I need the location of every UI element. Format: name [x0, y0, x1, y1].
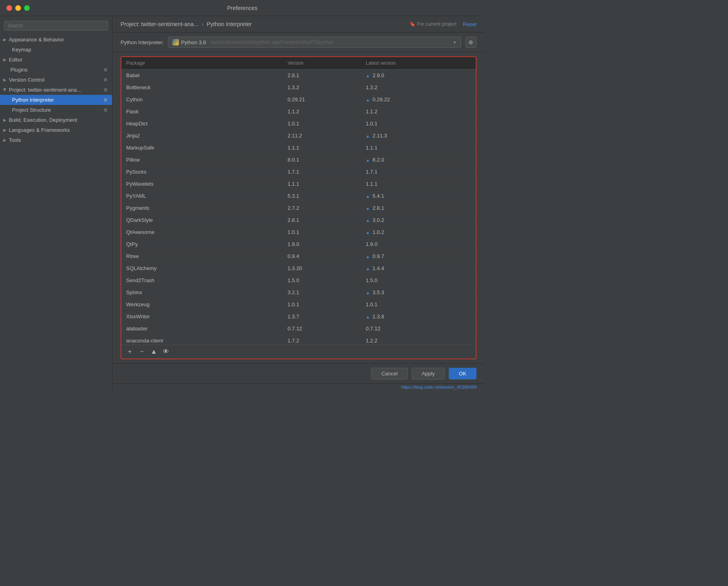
package-version: 5.3.1	[283, 190, 361, 202]
chevron-icon: ▶	[3, 128, 6, 132]
sidebar-item-project[interactable]: ▶ Project: twitter-sentiment-ana... ⊞	[0, 85, 112, 95]
search-input[interactable]	[4, 21, 108, 31]
table-row: alabaster0.7.120.7.12	[121, 323, 476, 335]
show-package-button[interactable]: 👁	[161, 346, 171, 357]
maximize-button[interactable]	[24, 5, 30, 11]
ok-button[interactable]: OK	[449, 368, 476, 379]
package-name: Sphinx	[121, 287, 283, 299]
package-name: Rtree	[121, 250, 283, 262]
chevron-icon: ▶	[3, 37, 6, 42]
package-latest: 1.7.1	[361, 166, 476, 178]
window-controls[interactable]	[6, 5, 30, 11]
sidebar-item-plugins[interactable]: Plugins ⊞	[0, 65, 112, 75]
package-name: Cython	[121, 94, 283, 106]
package-table-container[interactable]: Package Version Latest version Babel2.8.…	[121, 57, 476, 344]
upgrade-arrow-icon: ▲	[366, 134, 371, 138]
package-version: 1.1.1	[283, 178, 361, 190]
package-version: 1.5.0	[283, 275, 361, 287]
reset-button[interactable]: Reset	[463, 21, 476, 27]
sidebar: ▶ Appearance & Behavior Keymap ▶ Editor …	[0, 16, 112, 390]
interpreter-label: Python Interpreter:	[121, 39, 164, 45]
package-version: 1.1.1	[283, 142, 361, 154]
python-icon	[172, 39, 179, 45]
sidebar-item-appearance[interactable]: ▶ Appearance & Behavior	[0, 35, 112, 45]
package-name: QtAwesome	[121, 226, 283, 238]
title-bar: Preferences	[0, 0, 485, 16]
apply-button[interactable]: Apply	[412, 368, 445, 379]
col-package: Package	[121, 57, 283, 70]
chevron-open-icon: ▶	[3, 88, 7, 92]
main-content: ▶ Appearance & Behavior Keymap ▶ Editor …	[0, 16, 485, 390]
package-name: Werkzeug	[121, 299, 283, 311]
table-row: QDarkStyle2.8.1▲ 3.0.2	[121, 214, 476, 226]
sidebar-item-project-structure[interactable]: Project Structure ⊞	[0, 105, 112, 115]
upgrade-arrow-icon: ▲	[366, 98, 371, 102]
minimize-button[interactable]	[15, 5, 21, 11]
package-name: Jinja2	[121, 130, 283, 142]
upgrade-package-button[interactable]: ▲	[149, 346, 159, 357]
gear-icon: ⚙	[468, 39, 473, 45]
sidebar-item-python-interpreter[interactable]: Python Interpreter ⊞	[0, 95, 112, 105]
package-latest: ▲ 0.29.22	[361, 94, 476, 106]
packages-table: Package Version Latest version Babel2.8.…	[121, 57, 476, 344]
upgrade-arrow-icon: ▲	[366, 218, 371, 223]
interpreter-dropdown[interactable]: Python 3.8 /usr/local/anaconda3/python.a…	[168, 37, 461, 48]
package-name: PyWavelets	[121, 178, 283, 190]
table-row: PyYAML5.3.1▲ 5.4.1	[121, 190, 476, 202]
table-row: Cython0.29.21▲ 0.29.22	[121, 94, 476, 106]
upgrade-arrow-icon: ▲	[366, 194, 371, 199]
table-row: Sphinx3.2.1▲ 3.5.3	[121, 287, 476, 299]
package-latest: ▲ 1.4.4	[361, 262, 476, 275]
sidebar-item-languages[interactable]: ▶ Languages & Frameworks	[0, 125, 112, 135]
package-version: 1.0.1	[283, 299, 361, 311]
package-name: PyYAML	[121, 190, 283, 202]
vcs-icon: ⊞	[104, 77, 107, 82]
table-row: Flask1.1.21.1.2	[121, 106, 476, 118]
interpreter-settings-button[interactable]: ⚙	[465, 37, 476, 48]
breadcrumb-bar: Project: twitter-sentiment-ana... › Pyth…	[112, 16, 485, 33]
add-package-button[interactable]: +	[125, 346, 135, 357]
project-icon: ⊞	[104, 87, 107, 92]
package-name: MarkupSafe	[121, 142, 283, 154]
sidebar-item-label: Appearance & Behavior	[9, 37, 64, 43]
cancel-button[interactable]: Cancel	[371, 368, 407, 379]
package-name: XlsxWriter	[121, 311, 283, 323]
package-name: anaconda-client	[121, 335, 283, 345]
remove-package-button[interactable]: −	[137, 346, 147, 357]
sidebar-item-label: Languages & Frameworks	[9, 127, 70, 133]
sidebar-item-label: Editor	[9, 57, 22, 63]
package-name: Send2Trash	[121, 275, 283, 287]
interpreter-path: /usr/local/anaconda3/python.app/Contents…	[210, 39, 334, 45]
package-name: PySocks	[121, 166, 283, 178]
for-current-project-label: 🔖 For current project	[409, 21, 456, 27]
sidebar-item-tools[interactable]: ▶ Tools	[0, 135, 112, 145]
table-row: PySocks1.7.11.7.1	[121, 166, 476, 178]
table-row: Rtree0.9.4▲ 0.9.7	[121, 250, 476, 262]
package-latest: 1.1.1	[361, 142, 476, 154]
package-latest: 1.0.1	[361, 118, 476, 130]
package-version: 1.9.0	[283, 238, 361, 250]
upgrade-arrow-icon: ▲	[366, 266, 371, 271]
sidebar-item-editor[interactable]: ▶ Editor	[0, 55, 112, 65]
bottom-bar: Cancel Apply OK	[112, 363, 485, 383]
table-header-row: Package Version Latest version	[121, 57, 476, 70]
status-url: https://blog.csdn.net/weixin_45366499	[401, 385, 476, 389]
sidebar-item-label: Project Structure	[12, 107, 51, 113]
plugin-icon: ⊞	[104, 67, 107, 72]
package-latest: 1.1.1	[361, 178, 476, 190]
sidebar-item-version-control[interactable]: ▶ Version Control ⊞	[0, 75, 112, 85]
upgrade-arrow-icon: ▲	[366, 315, 371, 319]
chevron-icon: ▶	[3, 138, 6, 142]
package-version: 2.8.1	[283, 70, 361, 82]
chevron-icon: ▶	[3, 57, 6, 62]
sidebar-item-keymap[interactable]: Keymap	[0, 45, 112, 55]
structure-icon: ⊞	[104, 107, 107, 113]
upgrade-arrow-icon: ▲	[366, 230, 371, 235]
package-latest: ▲ 3.5.3	[361, 287, 476, 299]
table-row: MarkupSafe1.1.11.1.1	[121, 142, 476, 154]
close-button[interactable]	[6, 5, 12, 11]
dropdown-arrow-icon: ▼	[453, 40, 457, 45]
table-row: Pygments2.7.2▲ 2.8.1	[121, 202, 476, 214]
sidebar-item-build[interactable]: ▶ Build, Execution, Deployment	[0, 115, 112, 125]
package-name: QDarkStyle	[121, 214, 283, 226]
